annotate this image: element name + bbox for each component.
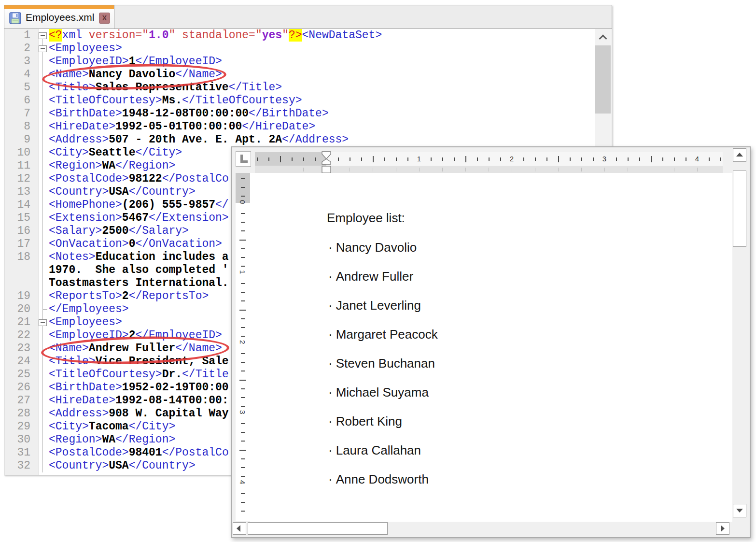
save-icon [9,12,21,24]
tab-stop-selector[interactable] [236,151,251,167]
ruler-tick [239,240,246,241]
ruler-tick [241,467,245,468]
employee-name: Steven Buchanan [336,356,435,371]
ruler-tick [686,157,686,161]
ruler-number: 1 [415,155,423,163]
tabstop-tick [489,168,489,171]
ruler-tick [315,157,316,161]
ruler-tick [239,310,246,311]
line-number: 7 [4,107,30,120]
ruler-tick [373,156,374,162]
code-line[interactable]: 7<BirthDate>1948-12-08T00:00:00</BirthDa… [4,107,593,120]
ruler-number: 3 [601,155,608,163]
ruler-tick [350,157,350,161]
line-number: 28 [4,407,30,420]
down-arrow-icon [736,509,743,513]
employee-list-item: ·Margaret Peacock [328,327,438,342]
tabstop-tick [512,168,512,171]
fold-collapse-box[interactable] [39,319,47,326]
bullet-icon: · [328,298,333,313]
tabstop-tick [697,168,698,171]
line-number: 22 [4,329,30,342]
ruler-tick [593,157,594,161]
scroll-down-button[interactable] [733,504,746,517]
line-number: 11 [4,159,30,172]
bullet-icon: · [328,240,333,255]
code-line[interactable]: 6<TitleOfCourtesy>Ms.</TitleOfCourtesy> [4,94,593,107]
tabstop-tick [442,168,443,171]
tabstop-tick [303,168,304,171]
code-line[interactable]: 2<Employees> [4,42,593,55]
tabstop-tick [674,168,674,171]
line-number: 17 [4,238,30,251]
ruler-tick [241,441,245,442]
ruler-tick [303,157,304,161]
line-number: 29 [4,420,30,433]
line-number: 16 [4,225,30,238]
ruler-tick [239,450,246,451]
line-number: 27 [4,394,30,407]
scroll-up-button[interactable] [733,148,746,162]
line-number: 15 [4,212,30,225]
vertical-scrollbar-thumb[interactable] [733,171,746,247]
tab-employees-xml[interactable]: Employees.xml X [4,5,114,29]
close-tab-button[interactable]: X [99,13,110,24]
ruler-tick [241,248,245,249]
tabstop-tick [604,168,605,171]
ruler-tick [674,157,675,161]
ruler-tick [280,156,281,162]
ruler-tick [523,157,524,161]
line-number: 25 [4,368,30,381]
ruler-tick [581,157,582,161]
line-number: 13 [4,185,30,199]
horizontal-scrollbar-thumb[interactable] [248,522,388,535]
indent-marker-icon[interactable] [321,151,332,174]
tab-accent-stripe [4,5,114,9]
code-line[interactable]: 8<HireDate>1992-05-01T00:00:00</HireDate… [4,120,593,133]
ruler-tick [396,157,397,161]
scroll-left-button[interactable] [233,522,246,535]
ruler-number: 4 [693,155,701,163]
line-number: 12 [4,172,30,185]
scroll-up-icon[interactable] [599,35,607,43]
fold-collapse-box[interactable] [39,45,47,52]
document-vertical-scrollbar[interactable] [732,147,747,522]
document-title: Employee list: [327,211,405,226]
vertical-ruler: 01234 [236,173,250,521]
tabstop-tick [651,168,651,171]
line-number: 5 [4,81,30,94]
ruler-tick [292,157,293,161]
editor-scrollbar-thumb[interactable] [595,45,611,114]
ruler-tick [241,257,245,258]
ruler-top-margin [236,173,250,203]
ruler-tick [431,157,432,161]
code-line[interactable]: 1<?xml version="1.0" standalone="yes"?><… [4,29,593,42]
employee-list-item: ·Nancy Davolio [328,240,417,255]
employee-list-item: ·Andrew Fuller [328,269,413,284]
ruler-tick [241,230,245,231]
fold-collapse-box[interactable] [39,32,47,39]
ruler-tick [241,178,245,179]
ruler-tick [241,187,245,188]
ruler-number: 1 [239,270,247,274]
code-line[interactable]: 9<Address>507 - 20th Ave. E. Apt. 2A</Ad… [4,133,593,146]
ruler-number: 0 [239,200,247,204]
ruler-tick [241,432,245,433]
bullet-icon: · [328,356,333,371]
document-page[interactable]: Employee list: ·Nancy Davolio·Andrew Ful… [250,173,732,522]
ruler-tick [241,353,245,354]
bullet-icon: · [328,327,333,342]
ruler-tick [241,362,245,363]
tabstop-tick [581,168,582,171]
employee-list-item: ·Laura Callahan [328,443,421,457]
bullet-icon: · [328,385,333,399]
employee-name: Robert King [336,414,402,428]
ruler-tick [442,157,443,161]
document-horizontal-scrollbar[interactable] [232,522,732,535]
line-number: 2 [4,42,30,55]
scroll-right-button[interactable] [716,522,729,535]
ruler-tick [241,318,245,319]
ruler-number: 4 [239,480,247,484]
ruler-tick [268,157,269,161]
ruler-tick [454,157,455,161]
